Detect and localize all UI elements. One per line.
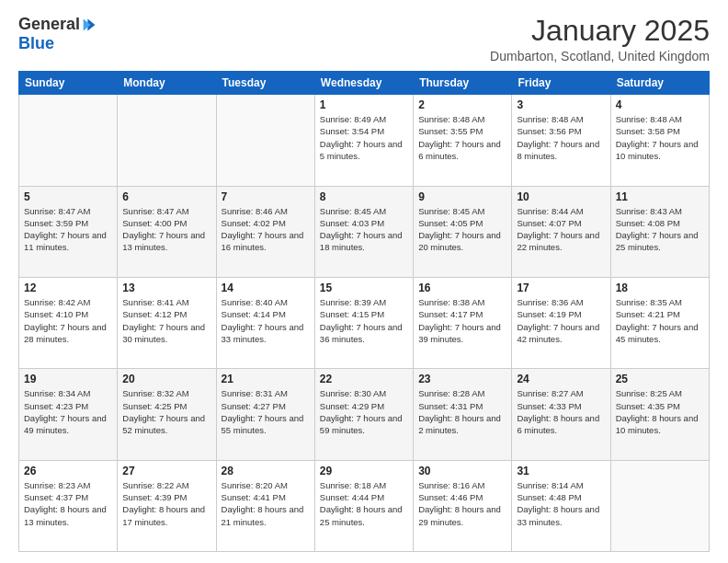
header-friday: Friday [512,72,610,95]
header: General Blue January 2025 Dumbarton, Sco… [18,15,710,63]
calendar-week-row: 5Sunrise: 8:47 AM Sunset: 3:59 PM Daylig… [19,186,710,277]
table-row: 25Sunrise: 8:25 AM Sunset: 4:35 PM Dayli… [610,369,709,460]
day-number: 4 [616,98,704,111]
table-row: 4Sunrise: 8:48 AM Sunset: 3:58 PM Daylig… [610,95,709,186]
table-row: 28Sunrise: 8:20 AM Sunset: 4:41 PM Dayli… [216,460,314,551]
day-info: Sunrise: 8:38 AM Sunset: 4:17 PM Dayligh… [418,296,506,345]
day-info: Sunrise: 8:47 AM Sunset: 4:00 PM Dayligh… [122,205,210,254]
table-row: 19Sunrise: 8:34 AM Sunset: 4:23 PM Dayli… [19,369,118,460]
table-row: 29Sunrise: 8:18 AM Sunset: 4:44 PM Dayli… [314,460,413,551]
day-number: 17 [517,282,605,294]
day-info: Sunrise: 8:48 AM Sunset: 3:58 PM Dayligh… [616,113,704,162]
day-info: Sunrise: 8:46 AM Sunset: 4:02 PM Dayligh… [222,205,310,254]
day-number: 8 [320,190,408,203]
day-info: Sunrise: 8:18 AM Sunset: 4:44 PM Dayligh… [320,479,408,528]
location-text: Dumbarton, Scotland, United Kingdom [490,49,710,63]
header-wednesday: Wednesday [314,72,413,95]
table-row: 5Sunrise: 8:47 AM Sunset: 3:59 PM Daylig… [19,186,118,277]
table-row: 15Sunrise: 8:39 AM Sunset: 4:15 PM Dayli… [314,277,413,368]
day-number: 11 [616,190,704,203]
table-row: 7Sunrise: 8:46 AM Sunset: 4:02 PM Daylig… [216,186,314,277]
day-number: 7 [222,190,310,203]
day-number: 12 [24,282,112,294]
table-row [216,95,314,186]
day-number: 25 [616,373,704,385]
day-info: Sunrise: 8:45 AM Sunset: 4:03 PM Dayligh… [320,205,408,254]
table-row: 30Sunrise: 8:16 AM Sunset: 4:46 PM Dayli… [414,460,512,551]
table-row: 1Sunrise: 8:49 AM Sunset: 3:54 PM Daylig… [314,95,413,186]
day-number: 1 [320,98,408,111]
day-info: Sunrise: 8:39 AM Sunset: 4:15 PM Dayligh… [320,296,408,345]
day-number: 30 [418,465,506,477]
day-info: Sunrise: 8:31 AM Sunset: 4:27 PM Dayligh… [222,387,310,436]
title-section: January 2025 Dumbarton, Scotland, United… [490,15,710,63]
day-number: 6 [122,190,210,203]
header-tuesday: Tuesday [216,72,314,95]
day-info: Sunrise: 8:42 AM Sunset: 4:10 PM Dayligh… [24,296,112,345]
day-info: Sunrise: 8:40 AM Sunset: 4:14 PM Dayligh… [222,296,310,345]
header-thursday: Thursday [414,72,512,95]
table-row: 17Sunrise: 8:36 AM Sunset: 4:19 PM Dayli… [512,277,610,368]
day-info: Sunrise: 8:22 AM Sunset: 4:39 PM Dayligh… [122,479,210,528]
day-number: 29 [320,465,408,477]
day-number: 2 [418,98,506,111]
table-row: 18Sunrise: 8:35 AM Sunset: 4:21 PM Dayli… [610,277,709,368]
table-row [610,460,709,551]
day-number: 15 [320,282,408,294]
day-info: Sunrise: 8:30 AM Sunset: 4:29 PM Dayligh… [320,387,408,436]
day-info: Sunrise: 8:34 AM Sunset: 4:23 PM Dayligh… [24,387,112,436]
day-number: 28 [222,465,310,477]
day-info: Sunrise: 8:28 AM Sunset: 4:31 PM Dayligh… [418,387,506,436]
table-row: 31Sunrise: 8:14 AM Sunset: 4:48 PM Dayli… [512,460,610,551]
logo-blue-text: Blue [18,34,54,53]
table-row: 20Sunrise: 8:32 AM Sunset: 4:25 PM Dayli… [118,369,216,460]
table-row: 22Sunrise: 8:30 AM Sunset: 4:29 PM Dayli… [314,369,413,460]
page: General Blue January 2025 Dumbarton, Sco… [0,0,728,563]
table-row: 26Sunrise: 8:23 AM Sunset: 4:37 PM Dayli… [19,460,118,551]
day-info: Sunrise: 8:20 AM Sunset: 4:41 PM Dayligh… [222,479,310,528]
day-number: 21 [222,373,310,385]
table-row: 16Sunrise: 8:38 AM Sunset: 4:17 PM Dayli… [414,277,512,368]
table-row: 10Sunrise: 8:44 AM Sunset: 4:07 PM Dayli… [512,186,610,277]
day-info: Sunrise: 8:41 AM Sunset: 4:12 PM Dayligh… [122,296,210,345]
calendar-header-row: Sunday Monday Tuesday Wednesday Thursday… [19,72,710,95]
table-row: 2Sunrise: 8:48 AM Sunset: 3:55 PM Daylig… [414,95,512,186]
day-info: Sunrise: 8:47 AM Sunset: 3:59 PM Dayligh… [24,205,112,254]
table-row: 24Sunrise: 8:27 AM Sunset: 4:33 PM Dayli… [512,369,610,460]
day-number: 19 [24,373,112,385]
table-row [19,95,118,186]
table-row: 8Sunrise: 8:45 AM Sunset: 4:03 PM Daylig… [314,186,413,277]
day-number: 16 [418,282,506,294]
calendar-week-row: 26Sunrise: 8:23 AM Sunset: 4:37 PM Dayli… [19,460,710,551]
day-number: 14 [222,282,310,294]
day-info: Sunrise: 8:27 AM Sunset: 4:33 PM Dayligh… [517,387,605,436]
day-info: Sunrise: 8:43 AM Sunset: 4:08 PM Dayligh… [616,205,704,254]
day-info: Sunrise: 8:44 AM Sunset: 4:07 PM Dayligh… [517,205,605,254]
calendar-week-row: 1Sunrise: 8:49 AM Sunset: 3:54 PM Daylig… [19,95,710,186]
logo-icon [82,17,97,32]
day-info: Sunrise: 8:16 AM Sunset: 4:46 PM Dayligh… [418,479,506,528]
day-number: 5 [24,190,112,203]
day-number: 27 [122,465,210,477]
table-row: 6Sunrise: 8:47 AM Sunset: 4:00 PM Daylig… [118,186,216,277]
header-monday: Monday [118,72,216,95]
day-info: Sunrise: 8:48 AM Sunset: 3:55 PM Dayligh… [418,113,506,162]
day-number: 18 [616,282,704,294]
table-row: 3Sunrise: 8:48 AM Sunset: 3:56 PM Daylig… [512,95,610,186]
day-info: Sunrise: 8:32 AM Sunset: 4:25 PM Dayligh… [122,387,210,436]
day-info: Sunrise: 8:23 AM Sunset: 4:37 PM Dayligh… [24,479,112,528]
day-info: Sunrise: 8:48 AM Sunset: 3:56 PM Dayligh… [517,113,605,162]
table-row [118,95,216,186]
header-saturday: Saturday [610,72,709,95]
calendar-week-row: 19Sunrise: 8:34 AM Sunset: 4:23 PM Dayli… [19,369,710,460]
table-row: 12Sunrise: 8:42 AM Sunset: 4:10 PM Dayli… [19,277,118,368]
day-number: 26 [24,465,112,477]
day-number: 31 [517,465,605,477]
table-row: 13Sunrise: 8:41 AM Sunset: 4:12 PM Dayli… [118,277,216,368]
day-info: Sunrise: 8:36 AM Sunset: 4:19 PM Dayligh… [517,296,605,345]
header-sunday: Sunday [19,72,118,95]
logo-general-text: General [18,15,80,34]
month-title: January 2025 [490,15,710,47]
day-info: Sunrise: 8:25 AM Sunset: 4:35 PM Dayligh… [616,387,704,436]
table-row: 27Sunrise: 8:22 AM Sunset: 4:39 PM Dayli… [118,460,216,551]
